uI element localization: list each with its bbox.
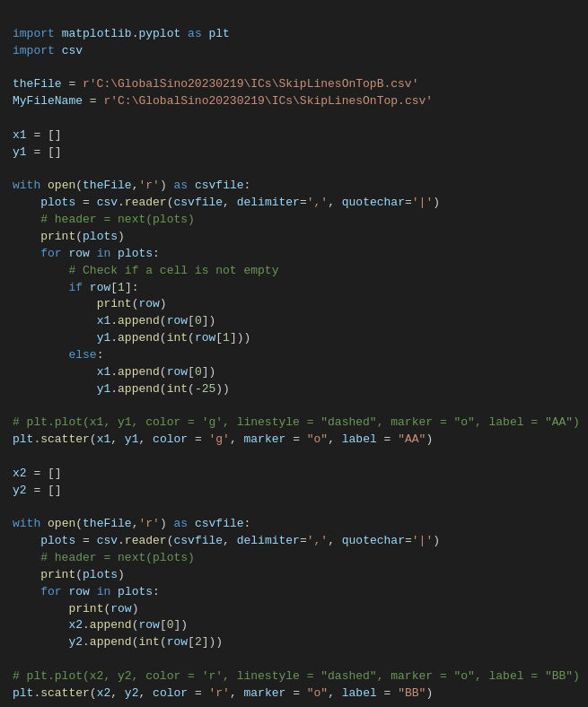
import-keyword: import [13, 27, 55, 40]
code-editor: import matplotlib.pyplot as plt import c… [13, 9, 575, 707]
module-matplotlib: matplotlib [62, 27, 132, 40]
